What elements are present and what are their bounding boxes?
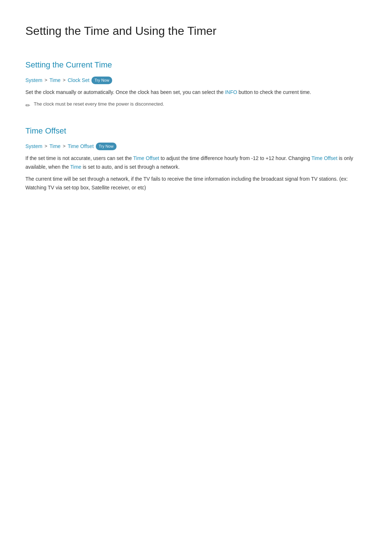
section2-nav-sep2: > bbox=[63, 143, 66, 150]
section1-nav-system[interactable]: System bbox=[25, 76, 42, 84]
section1-nav-time[interactable]: Time bbox=[49, 76, 61, 84]
section2-try-now-badge[interactable]: Try Now bbox=[96, 143, 117, 151]
section1-body: Set the clock manually or automatically.… bbox=[25, 88, 367, 97]
section1-body-end: button to check the current time. bbox=[237, 89, 311, 95]
section2-body1: If the set time is not accurate, users c… bbox=[25, 154, 367, 172]
section1-nav-clockset[interactable]: Clock Set bbox=[68, 76, 89, 84]
section2-body1-time: Time bbox=[70, 164, 82, 170]
section1-note-box: ✏ The clock must be reset every time the… bbox=[25, 100, 367, 110]
pencil-icon: ✏ bbox=[25, 101, 30, 110]
section1-nav-sep2: > bbox=[63, 77, 66, 84]
section2-nav-system[interactable]: System bbox=[25, 142, 42, 150]
section2-nav-path: System > Time > Time Offset Try Now bbox=[25, 142, 367, 150]
section2-nav-time[interactable]: Time bbox=[49, 142, 61, 150]
section2-body1-timeoffset1: Time Offset bbox=[133, 155, 159, 161]
section2-nav-sep1: > bbox=[45, 143, 48, 150]
section2-title: Time Offset bbox=[25, 124, 367, 137]
section1-note-text: The clock must be reset every time the p… bbox=[34, 100, 164, 108]
section1-body-start: Set the clock manually or automatically.… bbox=[25, 89, 225, 95]
section2-body1-start: If the set time is not accurate, users c… bbox=[25, 155, 133, 161]
section-setting-current-time: Setting the Current Time System > Time >… bbox=[25, 58, 367, 110]
section1-body-info: INFO bbox=[225, 89, 237, 95]
section2-body1-end: is set to auto, and is set through a net… bbox=[81, 164, 180, 170]
section1-title: Setting the Current Time bbox=[25, 58, 367, 71]
section2-body2: The current time will be set through a n… bbox=[25, 175, 367, 192]
section2-nav-timeoffset[interactable]: Time Offset bbox=[68, 142, 94, 150]
section2-body1-mid1: to adjust the time difference hourly fro… bbox=[159, 155, 311, 161]
section1-nav-path: System > Time > Clock Set Try Now bbox=[25, 76, 367, 84]
section2-body1-timeoffset2: Time Offset bbox=[311, 155, 338, 161]
section1-nav-sep1: > bbox=[45, 77, 48, 84]
page-title: Setting the Time and Using the Timer bbox=[25, 18, 367, 40]
section-time-offset: Time Offset System > Time > Time Offset … bbox=[25, 124, 367, 192]
section1-try-now-badge[interactable]: Try Now bbox=[91, 77, 112, 85]
